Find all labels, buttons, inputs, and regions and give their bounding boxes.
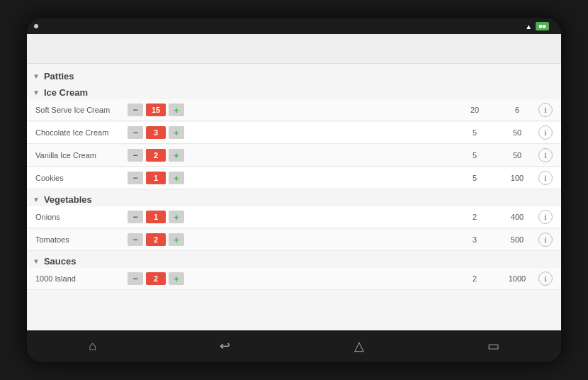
increment-button[interactable]: + <box>169 104 184 116</box>
section-header-ice-cream[interactable]: ▼ Ice Cream <box>27 83 561 99</box>
item-name: Vanilla Ice Cream <box>35 151 128 160</box>
quantity-controls: − 3 + <box>128 126 184 139</box>
section-triangle-patties: ▼ <box>33 72 40 80</box>
increment-button[interactable]: + <box>169 149 184 162</box>
info-button[interactable]: ℹ <box>538 103 553 117</box>
increment-button[interactable]: + <box>169 211 184 223</box>
col2-value: 20 <box>453 106 496 114</box>
app-bar <box>27 34 561 64</box>
section-triangle-vegetables: ▼ <box>33 196 40 203</box>
table-row: Chocolate Ice Cream − 3 + 5 50 ℹ <box>27 122 561 144</box>
col2-value: 2 <box>453 213 496 221</box>
item-name: Cookies <box>35 174 128 182</box>
decrement-button[interactable]: − <box>128 126 143 139</box>
inventory-content: ▼ Patties ▼ Ice Cream Soft Serve Ice Cre… <box>27 64 561 330</box>
quantity-controls: − 2 + <box>128 149 184 162</box>
info-button[interactable]: ℹ <box>538 233 553 247</box>
section-title-sauces: Sauces <box>44 256 77 267</box>
notification-dot <box>34 24 38 28</box>
home-nav-button[interactable]: △ <box>343 334 375 358</box>
table-row: Soft Serve Ice Cream − 15 + 20 6 ℹ <box>27 99 561 121</box>
quantity-value: 15 <box>146 104 166 116</box>
table-row: Vanilla Ice Cream − 2 + 5 50 ℹ <box>27 145 561 167</box>
tablet-device: ▲ ■■ ▼ Patties ▼ Ice Cream Soft Serve Ic… <box>25 16 563 364</box>
quantity-controls: − 1 + <box>128 172 184 184</box>
decrement-button[interactable]: − <box>128 233 143 246</box>
quantity-controls: − 1 + <box>128 211 184 223</box>
info-button[interactable]: ℹ <box>538 148 553 162</box>
wifi-icon: ▲ <box>525 23 532 30</box>
section-triangle-sauces: ▼ <box>33 257 40 265</box>
info-button[interactable]: ℹ <box>538 272 553 286</box>
increment-button[interactable]: + <box>169 172 184 184</box>
section-header-vegetables[interactable]: ▼ Vegetables <box>27 190 561 206</box>
info-button[interactable]: ℹ <box>538 210 553 224</box>
decrement-button[interactable]: − <box>128 272 143 285</box>
item-name: Chocolate Ice Cream <box>35 128 128 137</box>
decrement-button[interactable]: − <box>128 211 143 223</box>
screen: ▼ Patties ▼ Ice Cream Soft Serve Ice Cre… <box>27 34 561 330</box>
section-title-patties: Patties <box>44 71 74 82</box>
col3-value: 50 <box>496 151 538 160</box>
col3-value: 50 <box>496 128 538 137</box>
quantity-value: 3 <box>146 126 166 139</box>
quantity-value: 2 <box>146 272 166 285</box>
status-icons: ▲ ■■ <box>525 22 553 30</box>
quantity-controls: − 2 + <box>128 272 184 285</box>
decrement-button[interactable]: − <box>128 149 143 162</box>
section-title-ice-cream: Ice Cream <box>44 87 88 98</box>
quantity-value: 1 <box>146 172 166 184</box>
decrement-button[interactable]: − <box>128 104 143 116</box>
back-nav-button[interactable]: ↩ <box>208 334 242 358</box>
col3-value: 400 <box>496 213 538 221</box>
section-header-patties[interactable]: ▼ Patties <box>27 67 561 83</box>
info-button[interactable]: ℹ <box>538 125 553 140</box>
section-triangle-ice-cream: ▼ <box>33 89 40 96</box>
battery-icon: ■■ <box>536 22 549 30</box>
col3-value: 500 <box>496 235 538 244</box>
col2-value: 2 <box>453 274 496 283</box>
col2-value: 3 <box>453 235 496 244</box>
col3-value: 100 <box>496 174 538 182</box>
col3-value: 6 <box>496 106 538 114</box>
quantity-value: 1 <box>146 211 166 223</box>
col2-value: 5 <box>453 128 496 137</box>
table-row: Tomatoes − 2 + 3 500 ℹ <box>27 229 561 251</box>
table-row: Onions − 1 + 2 400 ℹ <box>27 206 561 228</box>
item-name: Soft Serve Ice Cream <box>35 106 128 114</box>
increment-button[interactable]: + <box>169 272 184 285</box>
status-bar: ▲ ■■ <box>27 18 561 34</box>
info-button[interactable]: ℹ <box>538 171 553 185</box>
home-button[interactable]: ⌂ <box>77 335 108 358</box>
quantity-value: 2 <box>146 233 166 246</box>
increment-button[interactable]: + <box>169 233 184 246</box>
table-row: 1000 Island − 2 + 2 1000 ℹ <box>27 268 561 290</box>
item-name: Onions <box>35 213 128 221</box>
item-name: Tomatoes <box>35 235 128 244</box>
table-row: Cookies − 1 + 5 100 ℹ <box>27 167 561 189</box>
navigation-bar: ⌂ ↩ △ ▭ <box>27 330 561 362</box>
increment-button[interactable]: + <box>169 126 184 139</box>
decrement-button[interactable]: − <box>128 172 143 184</box>
col2-value: 5 <box>453 151 496 160</box>
quantity-controls: − 15 + <box>128 104 184 116</box>
item-name: 1000 Island <box>35 274 128 283</box>
section-title-vegetables: Vegetables <box>44 194 92 205</box>
quantity-controls: − 2 + <box>128 233 184 246</box>
col2-value: 5 <box>453 174 496 182</box>
col3-value: 1000 <box>496 274 538 283</box>
recents-button[interactable]: ▭ <box>476 334 511 358</box>
section-header-sauces[interactable]: ▼ Sauces <box>27 252 561 268</box>
quantity-value: 2 <box>146 149 166 162</box>
